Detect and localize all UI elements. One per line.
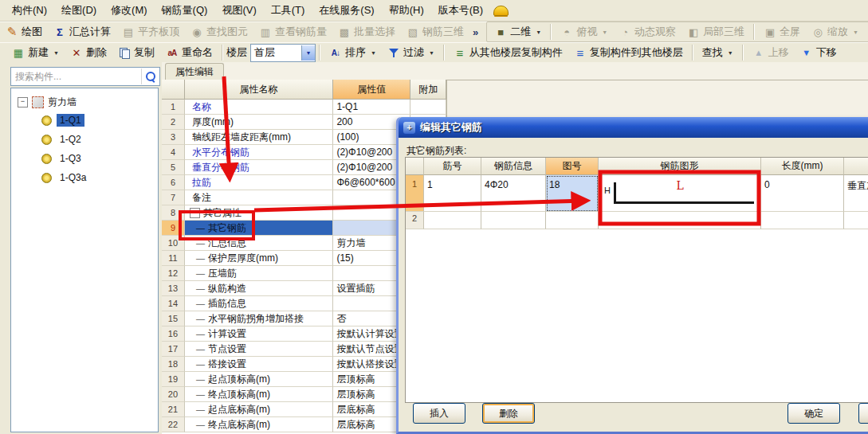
- rename-button[interactable]: 重命名: [160, 43, 218, 62]
- property-name-cell[interactable]: 起点底标高(m): [185, 402, 333, 417]
- zoom-button[interactable]: 缩放▼: [806, 22, 864, 41]
- align-slab-top-button[interactable]: 平齐板顶: [116, 22, 185, 41]
- orbit-button[interactable]: 动态观察: [613, 22, 681, 41]
- property-name-cell[interactable]: 插筋信息: [185, 296, 333, 311]
- search-input[interactable]: [11, 68, 141, 84]
- insert-button[interactable]: 插入: [413, 403, 465, 424]
- menu-rebar-qty[interactable]: 钢筋量(Q): [155, 1, 215, 20]
- delete-row-button[interactable]: 删除: [482, 403, 535, 424]
- property-name-cell[interactable]: 纵筋构造: [185, 281, 333, 296]
- draw-mode-button[interactable]: 绘图: [0, 22, 48, 41]
- move-up-button[interactable]: 上移: [747, 43, 795, 62]
- partial-3d-button[interactable]: 局部三维: [681, 22, 750, 41]
- menu-modify[interactable]: 修改(M): [104, 1, 155, 20]
- bar-number-cell[interactable]: 1: [424, 175, 481, 212]
- property-name-cell[interactable]: 终点顶标高(m): [185, 387, 333, 402]
- property-name-cell[interactable]: 保护层厚度(mm): [185, 251, 333, 266]
- length-cell[interactable]: 0: [761, 175, 844, 212]
- ok-button[interactable]: 确定: [787, 403, 840, 424]
- property-value-cell[interactable]: 1-Q1: [333, 100, 410, 115]
- batch-select-button[interactable]: 批量选择: [332, 22, 401, 41]
- property-name-cell[interactable]: 计算设置: [185, 326, 333, 342]
- property-row[interactable]: 1 名称 1-Q1: [162, 100, 446, 115]
- menu-tools[interactable]: 工具(T): [264, 1, 312, 20]
- view-rebar-qty-button[interactable]: 查看钢筋量: [253, 22, 332, 41]
- property-name-cell[interactable]: 汇总信息: [185, 236, 333, 251]
- property-name-cell[interactable]: 厚度(mm): [185, 115, 333, 130]
- rebar-shape-cell[interactable]: H L: [599, 175, 761, 212]
- clipped-button[interactable]: [858, 403, 868, 424]
- view-2d-button[interactable]: 二维▼: [489, 22, 547, 41]
- fullscreen-button[interactable]: 全屏: [758, 22, 806, 41]
- length-cell[interactable]: [761, 212, 844, 229]
- tree-item[interactable]: 1-Q3a: [11, 168, 158, 187]
- extra-cell[interactable]: [844, 212, 868, 229]
- property-name-cell[interactable]: 其它钢筋: [185, 221, 333, 236]
- tree-item-label: 1-Q1: [57, 114, 84, 127]
- toolbar-overflow-chevron[interactable]: »: [469, 26, 481, 38]
- property-name-cell[interactable]: 拉筋: [185, 175, 333, 190]
- property-name-cell[interactable]: 其它属性: [185, 205, 333, 221]
- property-name-cell[interactable]: 搭接设置: [185, 357, 333, 372]
- header-extra: 加: [844, 158, 868, 175]
- menu-online-service[interactable]: 在线服务(S): [312, 1, 381, 20]
- combo-arrow-icon[interactable]: ▼: [301, 45, 315, 61]
- top-view-button[interactable]: 俯视▼: [555, 22, 613, 41]
- dialog-title-bar[interactable]: + 编辑其它钢筋: [399, 117, 868, 138]
- menu-draw[interactable]: 绘图(D): [54, 1, 104, 20]
- property-name-cell[interactable]: 终点底标高(m): [185, 417, 333, 432]
- property-name-cell[interactable]: 垂直分布钢筋: [185, 160, 333, 175]
- find-button[interactable]: 查找▼: [697, 43, 739, 62]
- caret-down-icon: ▼: [853, 29, 858, 35]
- figure-number-cell[interactable]: 18: [546, 175, 599, 212]
- extra-cell[interactable]: 垂直加: [844, 175, 868, 212]
- sort-button[interactable]: 排序▼: [324, 43, 382, 62]
- property-extra-cell[interactable]: [410, 100, 446, 115]
- menu-component[interactable]: 构件(N): [5, 1, 54, 20]
- tree-item[interactable]: 1-Q1: [11, 111, 158, 130]
- tab-property-edit[interactable]: 属性编辑: [165, 63, 224, 80]
- find-element-button[interactable]: 查找图元: [185, 22, 253, 41]
- property-name-cell[interactable]: 水平分布钢筋: [185, 145, 333, 160]
- rebar-row[interactable]: 1 1 4Φ20 18 H L 0 垂直加: [406, 175, 868, 212]
- rebar-3d-button[interactable]: 钢筋三维: [401, 22, 469, 41]
- menu-version[interactable]: 版本号(B): [431, 1, 490, 20]
- component-tree: 剪力墙 1-Q1 1-Q2 1-Q3 1-Q3a: [10, 88, 159, 432]
- property-name-cell[interactable]: 水平钢筋拐角增加搭接: [185, 311, 333, 326]
- component-sidebar: 剪力墙 1-Q1 1-Q2 1-Q3 1-Q3a: [6, 62, 162, 434]
- property-name-cell[interactable]: 压墙筋: [185, 266, 333, 281]
- header-bar-number: 筋号: [424, 158, 481, 175]
- rebar-3d-icon: [407, 25, 419, 38]
- property-name-cell[interactable]: 起点顶标高(m): [185, 372, 333, 387]
- property-name-cell[interactable]: 轴线距左墙皮距离(mm): [185, 130, 333, 145]
- search-icon[interactable]: [141, 68, 159, 84]
- tree-item[interactable]: 1-Q2: [11, 130, 158, 149]
- figure-number-cell[interactable]: [546, 212, 599, 229]
- property-name-cell[interactable]: 名称: [185, 100, 333, 115]
- copy-from-floor-button[interactable]: 从其他楼层复制构件: [448, 43, 568, 62]
- pan-button[interactable]: 平移▼: [864, 22, 868, 41]
- floor-combobox[interactable]: 首层 ▼: [250, 44, 316, 62]
- menu-help[interactable]: 帮助(H): [382, 1, 431, 20]
- property-row-number: 16: [162, 326, 185, 342]
- bar-number-cell[interactable]: [424, 212, 481, 229]
- rebar-shape-cell[interactable]: [599, 212, 761, 229]
- rebar-info-cell[interactable]: [481, 212, 546, 229]
- rebar-info-cell[interactable]: 4Φ20: [481, 175, 546, 212]
- new-button[interactable]: 新建▼: [6, 43, 65, 62]
- property-row-number: 9: [162, 221, 185, 236]
- tree-item[interactable]: 1-Q3: [11, 149, 158, 168]
- move-down-button[interactable]: 下移: [795, 43, 842, 62]
- property-name-cell[interactable]: 节点设置: [185, 342, 333, 357]
- tree-root-shear-wall[interactable]: 剪力墙: [11, 93, 158, 111]
- property-name-cell[interactable]: 备注: [185, 190, 333, 205]
- filter-button[interactable]: 过滤▼: [382, 43, 440, 62]
- caret-down-icon: ▼: [429, 50, 434, 56]
- tree-expander-icon[interactable]: [18, 97, 28, 108]
- copy-to-floor-button[interactable]: 复制构件到其他楼层: [568, 43, 689, 62]
- menu-view[interactable]: 视图(V): [214, 1, 263, 20]
- rebar-row[interactable]: 2: [406, 212, 868, 229]
- copy-button[interactable]: 复制: [112, 43, 160, 62]
- delete-button[interactable]: 删除: [65, 43, 112, 62]
- summary-calc-button[interactable]: 汇总计算: [48, 22, 116, 41]
